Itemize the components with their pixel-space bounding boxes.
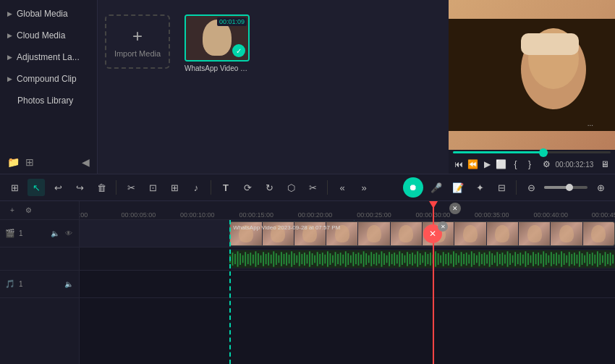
more-options-button[interactable]: ⚙	[541, 158, 553, 171]
svg-rect-26	[281, 252, 282, 266]
preview-face-svg: ...	[449, 0, 615, 150]
svg-rect-73	[402, 253, 403, 265]
video-icon: 🎬	[4, 228, 16, 240]
sidebar-item-global-media[interactable]: ▶ Global Media	[0, 3, 97, 25]
sidebar-item-photos-library[interactable]: Photos Library	[0, 90, 97, 111]
svg-rect-38	[312, 253, 313, 265]
zoom-slider-fill	[544, 186, 568, 189]
toolbar-grid-button[interactable]: ⊞	[6, 179, 23, 196]
toolbar-select-button[interactable]: ↖	[27, 179, 45, 196]
svg-rect-6	[229, 255, 231, 263]
toolbar-zoom-out-button[interactable]: ⊖	[522, 179, 540, 196]
toolbar-zoom-in-button[interactable]: ⊕	[592, 179, 609, 196]
svg-rect-21	[268, 253, 269, 266]
svg-rect-40	[317, 252, 318, 266]
close-playhead-button[interactable]: ✕	[449, 203, 461, 214]
svg-rect-65	[381, 251, 383, 266]
slider-thumb[interactable]	[539, 148, 548, 157]
svg-rect-8	[234, 254, 236, 264]
svg-rect-44	[327, 251, 328, 266]
toolbar-record-button[interactable]: ⏺	[403, 177, 423, 198]
bracket-right-button[interactable]: }	[524, 158, 535, 171]
svg-rect-124	[533, 252, 534, 266]
sidebar-item-adjustment[interactable]: ▶ Adjustment La...	[0, 46, 97, 68]
sidebar-item-compound-clip[interactable]: ▶ Compound Clip	[0, 68, 97, 90]
svg-rect-28	[286, 253, 287, 266]
track-eye-button[interactable]: 👁	[63, 228, 75, 240]
svg-rect-43	[325, 255, 326, 263]
add-track-button[interactable]: +	[6, 204, 19, 217]
svg-rect-18	[260, 255, 262, 263]
folder-icon[interactable]: 📁	[7, 156, 20, 168]
svg-rect-129	[546, 253, 547, 265]
svg-rect-45	[330, 253, 331, 265]
toolbar-chevron-right-button[interactable]: »	[355, 179, 373, 196]
svg-rect-33	[299, 252, 300, 266]
toolbar-rotate-button[interactable]: ↻	[260, 179, 278, 196]
slider-fill	[453, 151, 548, 153]
sidebar-item-label: Global Media	[17, 9, 68, 19]
play-button[interactable]: ▶	[481, 158, 493, 171]
toolbar-mic-button[interactable]: 🎤	[428, 179, 445, 196]
media-clip-thumb[interactable]: 00:01:09 ✓ WhatsApp Video 202...	[184, 14, 250, 72]
toolbar-chevron-left-button[interactable]: «	[334, 179, 351, 196]
import-media-button[interactable]: + Import Media	[105, 14, 170, 69]
settings-track-button[interactable]: ⚙	[22, 204, 35, 217]
toolbar-crop-button[interactable]: ⬡	[282, 179, 300, 196]
toolbar-redo-button[interactable]: ↪	[71, 179, 88, 196]
toolbar-text-button[interactable]: T	[217, 179, 234, 196]
toolbar-script-button[interactable]: 📝	[449, 179, 467, 196]
toolbar-effects-button[interactable]: ✦	[471, 179, 488, 196]
collapse-icon[interactable]: ◀	[82, 156, 90, 168]
svg-rect-119	[520, 253, 522, 266]
svg-rect-72	[399, 251, 401, 266]
svg-rect-154	[610, 253, 611, 266]
svg-rect-25	[279, 255, 280, 263]
toolbar-cut-button[interactable]: ✂	[122, 179, 140, 196]
sidebar: ▶ Global Media ▶ Cloud Media ▶ Adjustmen…	[0, 0, 98, 174]
zoom-slider[interactable]	[544, 186, 588, 189]
toolbar-trim-button[interactable]: ✂	[304, 179, 321, 196]
grid-icon[interactable]: ⊞	[25, 156, 34, 168]
svg-rect-79	[417, 251, 418, 266]
zoom-slider-thumb[interactable]	[566, 184, 573, 191]
svg-rect-31	[294, 253, 295, 265]
toolbar-copy-button[interactable]: ⊡	[144, 179, 161, 196]
bracket-left-button[interactable]: {	[510, 158, 522, 171]
track-actions: 🔈 👁	[49, 228, 75, 240]
toolbar-undo-button[interactable]: ↩	[49, 179, 67, 196]
sidebar-item-label: Cloud Media	[17, 30, 65, 41]
toolbar-delete-button[interactable]: 🗑	[93, 179, 110, 196]
track-mute-button[interactable]: 🔈	[49, 228, 61, 240]
svg-rect-105	[484, 253, 485, 266]
chevron-right-icon: ▶	[7, 75, 12, 82]
toolbar-split-button[interactable]: ⊞	[166, 179, 183, 196]
svg-rect-149	[597, 251, 598, 266]
svg-rect-15	[253, 255, 254, 263]
video-clip[interactable]: WhatsApp Video 2023-09-28 at 07:57 PM	[229, 221, 615, 246]
tracks-area: WhatsApp Video 2023-09-28 at 07:57 PM	[80, 220, 615, 364]
svg-rect-55	[355, 254, 357, 264]
svg-rect-108	[492, 253, 493, 265]
svg-rect-11	[242, 255, 244, 263]
frame-back-button[interactable]: ⏪	[467, 158, 479, 171]
music-track-label: 🎵 1 🔈	[0, 271, 79, 298]
preview-progress-slider[interactable]	[453, 151, 611, 153]
toolbar-speed-button[interactable]: ⟳	[239, 179, 256, 196]
fullscreen-button[interactable]: ⬜	[496, 158, 507, 171]
sidebar-item-label: Adjustment La...	[17, 52, 80, 62]
svg-rect-93	[453, 251, 454, 266]
svg-rect-20	[266, 254, 267, 264]
svg-rect-138	[569, 252, 570, 266]
sidebar-item-cloud-media[interactable]: ▶ Cloud Media	[0, 25, 97, 46]
toolbar-audio-button[interactable]: ♪	[187, 179, 205, 196]
track-mute-button[interactable]: 🔈	[63, 279, 75, 290]
skip-back-button[interactable]: ⏮	[453, 158, 465, 171]
svg-rect-126	[538, 253, 539, 266]
svg-rect-95	[458, 255, 459, 263]
track-actions: 🔈	[63, 279, 75, 290]
svg-rect-115	[509, 253, 511, 265]
monitor-button[interactable]: 🖥	[599, 158, 611, 171]
toolbar-pip-button[interactable]: ⊟	[493, 179, 510, 196]
svg-rect-120	[522, 255, 524, 263]
